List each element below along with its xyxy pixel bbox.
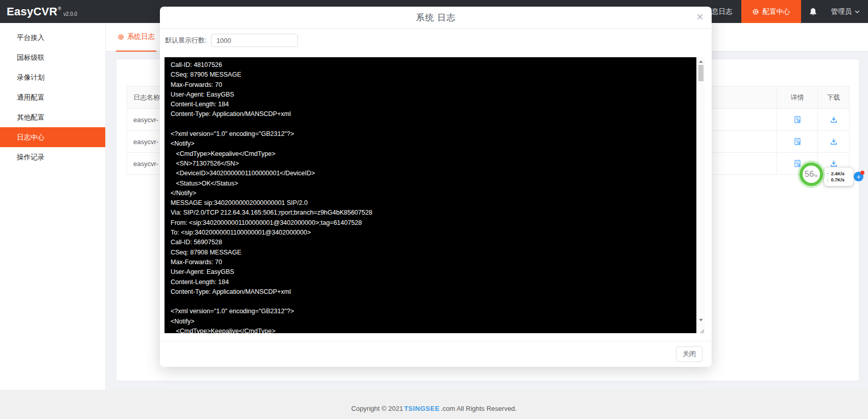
column-header-download: 下载 — [818, 86, 850, 109]
network-speed-panel: ↑ 2.4K/s ↓ 0.7K/s — [824, 168, 853, 186]
log-line: </Notify> — [171, 190, 696, 199]
gear-icon — [118, 34, 124, 40]
log-line: Content-Type: Application/MANSCDP+xml — [171, 288, 696, 298]
scroll-up-arrow-icon[interactable] — [699, 60, 703, 63]
sidebar: 平台接入 国标级联 录像计划 通用配置 其他配置 日志中心 操作记录 — [0, 23, 106, 390]
log-line — [171, 121, 696, 130]
log-line: User-Agent: EasyGBS — [171, 268, 696, 278]
sidebar-item-label: 日志中心 — [17, 133, 44, 141]
memory-percent-ring[interactable]: 56% — [800, 162, 823, 186]
log-line: Max-Forwards: 70 — [171, 81, 696, 91]
scrollbar-thumb[interactable] — [698, 65, 703, 81]
log-line: CSeq: 87908 MESSAGE — [171, 249, 696, 259]
log-line: Content-Type: Application/MANSCDP+xml — [171, 110, 696, 120]
modal-title: 系统 日志 — [416, 12, 456, 24]
copyright-suffix: .com All Rights Reserved. — [441, 405, 517, 419]
download-icon[interactable] — [830, 115, 838, 124]
log-line — [171, 298, 696, 308]
log-line: <?xml version="1.0" encoding="GB2312"?> — [171, 308, 696, 317]
gear-icon — [752, 8, 759, 15]
page-footer: Copyright © 2021 TSINGSEE .com All Right… — [0, 390, 868, 419]
sidebar-item-label: 其他配置 — [17, 113, 44, 121]
notification-bell-icon[interactable] — [809, 7, 817, 16]
percent-unit: % — [814, 173, 818, 178]
download-icon[interactable] — [830, 159, 838, 168]
log-line: User-Agent: EasyGBS — [171, 91, 696, 101]
modal-header: 系统 日志 × — [160, 7, 712, 29]
app-name: EasyCVR — [7, 5, 57, 18]
log-line: Call-ID: 48107526 — [171, 61, 696, 71]
sidebar-item-label: 录像计划 — [17, 74, 44, 81]
app-version: v2.0.0 — [63, 11, 77, 17]
detail-file-icon[interactable] — [793, 115, 802, 124]
log-line: To: <sip:34020000001100000001@3402000000… — [171, 229, 696, 239]
notification-dot — [860, 171, 864, 175]
log-line: <CmdType>Keepalive</CmdType> — [171, 328, 696, 333]
download-speed: 0.7K/s — [831, 177, 845, 183]
close-button[interactable]: 关闭 — [676, 346, 702, 362]
close-icon[interactable]: × — [696, 11, 703, 23]
sidebar-item-label: 操作记录 — [17, 153, 44, 161]
widget-add-button[interactable]: + — [854, 172, 863, 181]
log-line: CSeq: 87905 MESSAGE — [171, 71, 696, 81]
tab-system-log[interactable]: 系统日志 — [116, 23, 156, 52]
log-content: Call-ID: 48107526CSeq: 87905 MESSAGEMax-… — [165, 57, 696, 333]
copyright-prefix: Copyright © 2021 — [351, 405, 403, 419]
sidebar-item[interactable]: 日志中心 — [0, 127, 105, 147]
log-line: Content-Length: 184 — [171, 101, 696, 110]
tab-system-log-label: 系统日志 — [127, 32, 155, 41]
log-line: <CmdType>Keepalive</CmdType> — [171, 150, 696, 160]
sidebar-item-label: 国标级联 — [17, 54, 44, 61]
user-menu-label: 管理员 — [831, 7, 852, 16]
navbar-right: 消息日志 配置中心 管理员 — [705, 0, 868, 23]
detail-file-icon[interactable] — [793, 159, 802, 168]
log-line: <?xml version="1.0" encoding="GB2312"?> — [171, 130, 696, 140]
scroll-down-arrow-icon[interactable] — [699, 319, 703, 321]
log-line: <Notify> — [171, 318, 696, 328]
default-lines-input[interactable] — [211, 34, 298, 47]
download-arrow-icon: ↓ — [827, 177, 829, 183]
sidebar-item-label: 平台接入 — [17, 34, 44, 41]
sidebar-item[interactable]: 录像计划 — [0, 67, 105, 87]
download-icon[interactable] — [830, 137, 838, 146]
log-line: <DeviceID>34020000001100000001</DeviceID… — [171, 170, 696, 179]
log-line: <Notify> — [171, 140, 696, 150]
user-menu[interactable]: 管理员 — [831, 7, 860, 16]
log-line: Call-ID: 56907528 — [171, 239, 696, 248]
resize-grip-icon[interactable] — [698, 327, 705, 333]
log-scrollbar[interactable] — [696, 57, 705, 333]
default-lines-field: 默认展示行数: — [165, 34, 298, 47]
log-line: From: <sip:34020000001100000001@34020000… — [171, 219, 696, 229]
nav-config-center-label: 配置中心 — [763, 7, 790, 16]
system-log-modal: 系统 日志 × 默认展示行数: Call-ID: 48107526CSeq: 8… — [160, 7, 712, 367]
sidebar-item[interactable]: 国标级联 — [0, 48, 105, 67]
nav-config-center[interactable]: 配置中心 — [741, 0, 801, 23]
plus-icon: + — [856, 173, 860, 181]
log-line: Content-Length: 184 — [171, 278, 696, 288]
sidebar-item[interactable]: 操作记录 — [0, 147, 105, 167]
upload-arrow-icon: ↑ — [827, 171, 829, 177]
sidebar-item-label: 通用配置 — [17, 94, 44, 101]
sidebar-item[interactable]: 平台接入 — [0, 28, 105, 48]
chevron-down-icon — [855, 10, 860, 13]
modal-footer: 关闭 — [160, 341, 712, 367]
column-header-detail: 详情 — [777, 86, 818, 109]
sidebar-item[interactable]: 其他配置 — [0, 107, 105, 127]
sidebar-item[interactable]: 通用配置 — [0, 87, 105, 107]
default-lines-label: 默认展示行数: — [165, 36, 207, 45]
registered-mark: ® — [58, 6, 61, 11]
app-logo: EasyCVR ® v2.0.0 — [7, 0, 77, 23]
detail-file-icon[interactable] — [793, 137, 802, 146]
log-textarea[interactable]: Call-ID: 48107526CSeq: 87905 MESSAGEMax-… — [165, 57, 705, 333]
log-line: <Status>OK</Status> — [171, 180, 696, 190]
percent-value: 56 — [805, 170, 814, 179]
tsingsee-brand-link[interactable]: TSINGSEE — [404, 405, 440, 419]
log-line: MESSAGE sip:34020000002000000001 SIP/2.0 — [171, 199, 696, 209]
log-line: Via: SIP/2.0/TCP 212.64.34.165:5061;rpor… — [171, 209, 696, 219]
log-line: <SN>71307526</SN> — [171, 160, 696, 170]
log-line: Max-Forwards: 70 — [171, 259, 696, 268]
upload-speed: 2.4K/s — [831, 171, 845, 177]
